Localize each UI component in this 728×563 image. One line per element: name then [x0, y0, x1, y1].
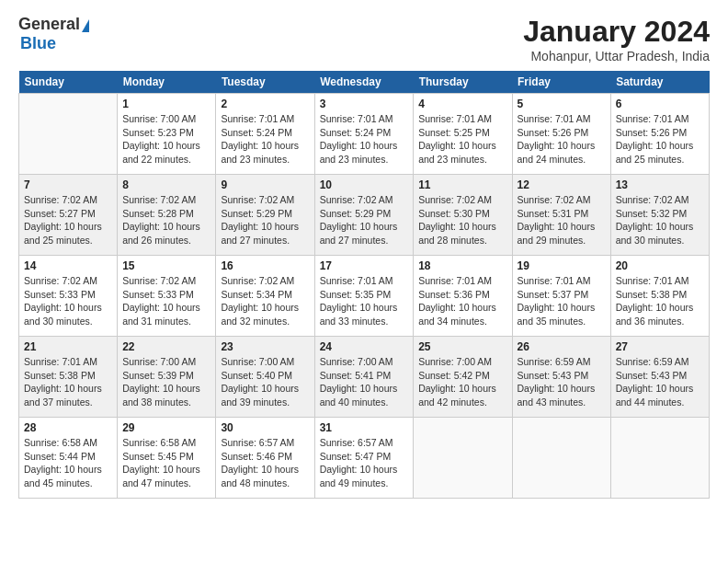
calendar-cell: 2Sunrise: 7:01 AM Sunset: 5:24 PM Daylig…: [216, 94, 314, 175]
day-number: 9: [221, 178, 309, 191]
day-number: 27: [616, 340, 704, 353]
day-number: 12: [518, 178, 606, 191]
calendar-week-row: 14Sunrise: 7:02 AM Sunset: 5:33 PM Dayli…: [19, 256, 710, 337]
day-number: 31: [320, 421, 409, 434]
day-info: Sunrise: 7:01 AM Sunset: 5:38 PM Dayligh…: [616, 274, 704, 328]
day-number: 7: [24, 178, 112, 191]
calendar-cell: 23Sunrise: 7:00 AM Sunset: 5:40 PM Dayli…: [216, 337, 314, 418]
calendar-week-row: 21Sunrise: 7:01 AM Sunset: 5:38 PM Dayli…: [19, 337, 710, 418]
day-info: Sunrise: 7:00 AM Sunset: 5:23 PM Dayligh…: [122, 112, 210, 167]
day-number: 28: [24, 421, 112, 434]
month-title: January 2024: [523, 15, 710, 49]
calendar-cell: 26Sunrise: 6:59 AM Sunset: 5:43 PM Dayli…: [512, 337, 610, 418]
calendar-cell: 25Sunrise: 7:00 AM Sunset: 5:42 PM Dayli…: [414, 337, 512, 418]
day-info: Sunrise: 7:02 AM Sunset: 5:29 PM Dayligh…: [221, 193, 309, 247]
day-info: Sunrise: 6:59 AM Sunset: 5:43 PM Dayligh…: [616, 355, 704, 409]
calendar-cell: 5Sunrise: 7:01 AM Sunset: 5:26 PM Daylig…: [512, 94, 610, 175]
day-info: Sunrise: 7:02 AM Sunset: 5:30 PM Dayligh…: [418, 193, 506, 247]
calendar-cell: 17Sunrise: 7:01 AM Sunset: 5:35 PM Dayli…: [314, 256, 414, 337]
day-number: 29: [122, 421, 210, 434]
calendar-cell: 31Sunrise: 6:57 AM Sunset: 5:47 PM Dayli…: [314, 418, 414, 499]
calendar-cell: 13Sunrise: 7:02 AM Sunset: 5:32 PM Dayli…: [610, 175, 709, 256]
day-number: 17: [320, 259, 409, 272]
day-info: Sunrise: 7:01 AM Sunset: 5:24 PM Dayligh…: [320, 112, 409, 167]
day-info: Sunrise: 7:02 AM Sunset: 5:28 PM Dayligh…: [122, 193, 210, 247]
calendar-cell: 15Sunrise: 7:02 AM Sunset: 5:33 PM Dayli…: [118, 256, 216, 337]
day-info: Sunrise: 7:01 AM Sunset: 5:25 PM Dayligh…: [418, 112, 506, 167]
calendar-cell: 28Sunrise: 6:58 AM Sunset: 5:44 PM Dayli…: [19, 418, 118, 499]
calendar-cell: 3Sunrise: 7:01 AM Sunset: 5:24 PM Daylig…: [314, 94, 414, 175]
day-info: Sunrise: 7:02 AM Sunset: 5:31 PM Dayligh…: [518, 193, 606, 247]
day-number: 8: [122, 178, 210, 191]
day-number: 11: [418, 178, 506, 191]
day-info: Sunrise: 6:57 AM Sunset: 5:46 PM Dayligh…: [221, 436, 309, 490]
day-info: Sunrise: 7:01 AM Sunset: 5:24 PM Dayligh…: [221, 112, 309, 167]
calendar-cell: 29Sunrise: 6:58 AM Sunset: 5:45 PM Dayli…: [118, 418, 216, 499]
day-info: Sunrise: 6:58 AM Sunset: 5:45 PM Dayligh…: [122, 436, 210, 490]
calendar-cell: 19Sunrise: 7:01 AM Sunset: 5:37 PM Dayli…: [512, 256, 610, 337]
day-number: 3: [320, 98, 409, 110]
calendar-header-saturday: Saturday: [610, 71, 709, 94]
day-number: 10: [320, 178, 409, 191]
logo-text: General: [18, 15, 89, 34]
calendar-header-wednesday: Wednesday: [314, 71, 414, 94]
title-block: January 2024 Mohanpur, Uttar Pradesh, In…: [523, 15, 710, 63]
day-info: Sunrise: 7:02 AM Sunset: 5:33 PM Dayligh…: [24, 274, 112, 328]
calendar-cell: 10Sunrise: 7:02 AM Sunset: 5:29 PM Dayli…: [314, 175, 414, 256]
calendar-cell: 4Sunrise: 7:01 AM Sunset: 5:25 PM Daylig…: [414, 94, 512, 175]
calendar-cell: [19, 94, 118, 175]
day-number: 5: [518, 98, 606, 110]
calendar-cell: [610, 418, 709, 499]
logo-general: General: [18, 15, 80, 34]
day-info: Sunrise: 7:02 AM Sunset: 5:27 PM Dayligh…: [24, 193, 112, 247]
logo-blue-text: Blue: [20, 34, 56, 53]
day-number: 25: [418, 340, 506, 353]
day-info: Sunrise: 7:02 AM Sunset: 5:32 PM Dayligh…: [616, 193, 704, 247]
day-info: Sunrise: 7:01 AM Sunset: 5:38 PM Dayligh…: [24, 355, 112, 409]
day-info: Sunrise: 7:02 AM Sunset: 5:34 PM Dayligh…: [221, 274, 309, 328]
day-info: Sunrise: 7:02 AM Sunset: 5:33 PM Dayligh…: [122, 274, 210, 328]
day-info: Sunrise: 7:01 AM Sunset: 5:37 PM Dayligh…: [518, 274, 606, 328]
day-info: Sunrise: 6:57 AM Sunset: 5:47 PM Dayligh…: [320, 436, 409, 490]
day-number: 13: [616, 178, 704, 191]
day-info: Sunrise: 7:02 AM Sunset: 5:29 PM Dayligh…: [320, 193, 409, 247]
calendar-cell: 8Sunrise: 7:02 AM Sunset: 5:28 PM Daylig…: [118, 175, 216, 256]
calendar-cell: 12Sunrise: 7:02 AM Sunset: 5:31 PM Dayli…: [512, 175, 610, 256]
header: General Blue January 2024 Mohanpur, Utta…: [18, 15, 710, 63]
day-info: Sunrise: 7:00 AM Sunset: 5:39 PM Dayligh…: [122, 355, 210, 409]
calendar-cell: 7Sunrise: 7:02 AM Sunset: 5:27 PM Daylig…: [19, 175, 118, 256]
day-number: 24: [320, 340, 409, 353]
calendar-header-sunday: Sunday: [19, 71, 118, 94]
day-number: 15: [122, 259, 210, 272]
calendar-cell: 1Sunrise: 7:00 AM Sunset: 5:23 PM Daylig…: [118, 94, 216, 175]
calendar-cell: 27Sunrise: 6:59 AM Sunset: 5:43 PM Dayli…: [610, 337, 709, 418]
logo: General Blue: [18, 15, 89, 53]
day-number: 1: [122, 98, 210, 110]
calendar-cell: 11Sunrise: 7:02 AM Sunset: 5:30 PM Dayli…: [414, 175, 512, 256]
location: Mohanpur, Uttar Pradesh, India: [523, 49, 710, 63]
day-number: 26: [518, 340, 606, 353]
day-info: Sunrise: 6:59 AM Sunset: 5:43 PM Dayligh…: [518, 355, 606, 409]
day-number: 16: [221, 259, 309, 272]
day-number: 6: [616, 98, 704, 110]
calendar-cell: 24Sunrise: 7:00 AM Sunset: 5:41 PM Dayli…: [314, 337, 414, 418]
logo-icon: [82, 19, 89, 32]
day-number: 22: [122, 340, 210, 353]
calendar-cell: 9Sunrise: 7:02 AM Sunset: 5:29 PM Daylig…: [216, 175, 314, 256]
calendar-cell: 18Sunrise: 7:01 AM Sunset: 5:36 PM Dayli…: [414, 256, 512, 337]
calendar-header-monday: Monday: [118, 71, 216, 94]
calendar-cell: 30Sunrise: 6:57 AM Sunset: 5:46 PM Dayli…: [216, 418, 314, 499]
calendar-cell: 20Sunrise: 7:01 AM Sunset: 5:38 PM Dayli…: [610, 256, 709, 337]
day-info: Sunrise: 7:01 AM Sunset: 5:35 PM Dayligh…: [320, 274, 409, 328]
day-number: 19: [518, 259, 606, 272]
calendar-cell: 22Sunrise: 7:00 AM Sunset: 5:39 PM Dayli…: [118, 337, 216, 418]
day-number: 4: [418, 98, 506, 110]
calendar-header-friday: Friday: [512, 71, 610, 94]
calendar-cell: [512, 418, 610, 499]
day-number: 21: [24, 340, 112, 353]
day-info: Sunrise: 7:01 AM Sunset: 5:26 PM Dayligh…: [518, 112, 606, 167]
calendar-cell: 14Sunrise: 7:02 AM Sunset: 5:33 PM Dayli…: [19, 256, 118, 337]
day-info: Sunrise: 7:01 AM Sunset: 5:26 PM Dayligh…: [616, 112, 704, 167]
calendar-header-tuesday: Tuesday: [216, 71, 314, 94]
day-number: 30: [221, 421, 309, 434]
